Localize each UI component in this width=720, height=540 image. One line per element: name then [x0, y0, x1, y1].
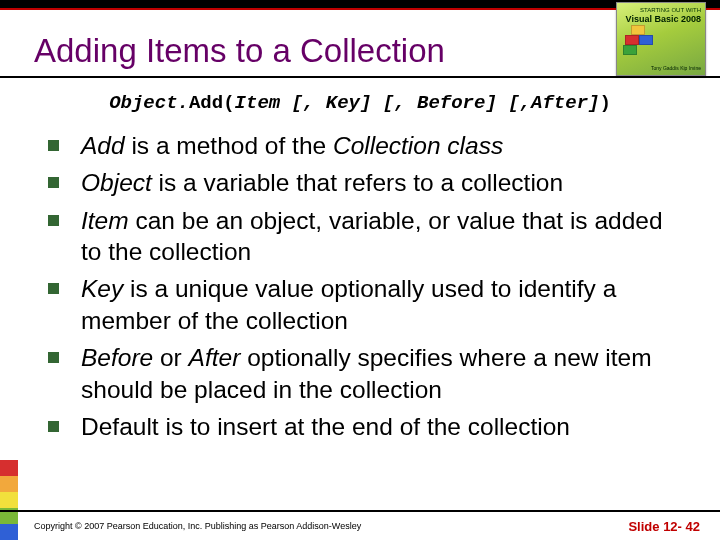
list-item: Key is a unique value optionally used to… [48, 273, 684, 336]
syntax-item: Item [235, 92, 281, 114]
term: Key [81, 275, 123, 302]
syntax-object: Object. [109, 92, 189, 114]
syntax-before: [, Before] [371, 92, 496, 114]
syntax-close: ) [599, 92, 610, 114]
list-item: Before or After optionally specifies whe… [48, 342, 684, 405]
copyright-text: Copyright © 2007 Pearson Education, Inc.… [34, 521, 361, 531]
syntax-line: Object.Add(Item [, Key] [, Before] [,Aft… [0, 78, 720, 122]
term: Before [81, 344, 153, 371]
bullet-text: Add is a method of the Collection class [81, 130, 503, 161]
bullet-text: Default is to insert at the end of the c… [81, 411, 570, 442]
slide-header: Adding Items to a Collection STARTING OU… [0, 10, 720, 78]
bullet-text: Object is a variable that refers to a co… [81, 167, 563, 198]
list-item: Add is a method of the Collection class [48, 130, 684, 161]
list-item: Default is to insert at the end of the c… [48, 411, 684, 442]
list-item: Object is a variable that refers to a co… [48, 167, 684, 198]
bullet-list: Add is a method of the Collection class … [0, 122, 720, 442]
list-item: Item can be an object, variable, or valu… [48, 205, 684, 268]
term: Add [81, 132, 125, 159]
bullet-icon [48, 140, 59, 151]
syntax-key: [, Key] [280, 92, 371, 114]
accent-bar [0, 0, 720, 10]
book-authors: Tony Gaddis Kip Irvine [651, 66, 701, 72]
lego-blocks-icon [623, 21, 657, 51]
bullet-icon [48, 177, 59, 188]
slide-title: Adding Items to a Collection [34, 32, 700, 70]
bullet-text: Key is a unique value optionally used to… [81, 273, 684, 336]
term: Object [81, 169, 152, 196]
slide-footer: Copyright © 2007 Pearson Education, Inc.… [0, 510, 720, 540]
book-series: STARTING OUT WITH [640, 7, 701, 14]
bullet-text: Before or After optionally specifies whe… [81, 342, 684, 405]
slide-number: Slide 12- 42 [628, 519, 700, 534]
term: Collection class [333, 132, 503, 159]
bullet-icon [48, 352, 59, 363]
bullet-icon [48, 215, 59, 226]
bullet-icon [48, 283, 59, 294]
book-cover-thumbnail: STARTING OUT WITH Visual Basic 2008 Tony… [616, 2, 706, 76]
bullet-icon [48, 421, 59, 432]
term: Item [81, 207, 129, 234]
syntax-after: [,After] [497, 92, 600, 114]
syntax-method: Add( [189, 92, 235, 114]
term: After [189, 344, 241, 371]
bullet-text: Item can be an object, variable, or valu… [81, 205, 684, 268]
